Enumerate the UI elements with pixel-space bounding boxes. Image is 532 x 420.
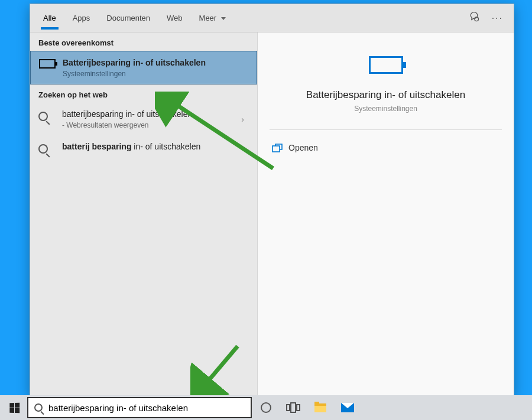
section-web-search: Zoeken op het web <box>30 84 257 103</box>
result-title: Batterijbesparing in- of uitschakelen <box>63 57 248 68</box>
tab-web[interactable]: Web <box>158 6 191 30</box>
windows-logo-icon <box>9 402 20 413</box>
tab-more[interactable]: Meer <box>191 6 234 30</box>
feedback-icon[interactable] <box>462 6 486 30</box>
task-view-button[interactable] <box>280 396 306 419</box>
tab-more-label: Meer <box>199 14 217 22</box>
battery-icon <box>369 56 403 74</box>
web-result-2[interactable]: batterij besparing in- of uitschakelen › <box>30 135 257 161</box>
search-icon <box>34 403 43 412</box>
chevron-right-icon[interactable]: › <box>236 144 249 153</box>
preview-title: Batterijbesparing in- of uitschakelen <box>270 89 502 101</box>
mail-icon <box>341 403 354 412</box>
mail-button[interactable] <box>335 396 361 419</box>
section-best-match: Beste overeenkomst <box>30 32 257 51</box>
cortana-icon <box>261 402 271 413</box>
svg-rect-1 <box>273 146 280 152</box>
taskbar-search-box[interactable] <box>27 397 252 418</box>
cortana-button[interactable] <box>253 396 279 419</box>
result-best-match[interactable]: Batterijbesparing in- of uitschakelen Sy… <box>30 51 257 84</box>
result-preview-pane: Batterijbesparing in- of uitschakelen Sy… <box>258 32 514 395</box>
search-tabs-bar: Alle Apps Documenten Web Meer ··· <box>30 4 514 32</box>
open-label: Openen <box>288 143 318 152</box>
folder-icon <box>314 403 326 412</box>
result-title: batterijbesparing in- of uitschakelen <box>62 109 229 119</box>
search-icon <box>38 110 55 122</box>
open-action[interactable]: Openen <box>270 138 502 157</box>
result-title: batterij besparing in- of uitschakelen <box>62 141 229 152</box>
web-result-1[interactable]: batterijbesparing in- of uitschakelen - … <box>30 103 257 135</box>
preview-header: Batterijbesparing in- of uitschakelen Sy… <box>270 47 502 113</box>
search-results-panel: Alle Apps Documenten Web Meer ··· Beste … <box>30 4 514 396</box>
svg-rect-4 <box>287 405 290 411</box>
results-list: Beste overeenkomst Batterijbesparing in-… <box>30 32 258 395</box>
result-subtitle: - Webresultaten weergeven <box>62 121 229 129</box>
result-text: batterijbesparing in- of uitschakelen - … <box>62 109 229 129</box>
search-main-area: Beste overeenkomst Batterijbesparing in-… <box>30 32 514 395</box>
svg-rect-5 <box>291 403 296 412</box>
taskbar <box>0 395 532 420</box>
search-icon <box>38 143 55 155</box>
svg-rect-6 <box>297 405 300 411</box>
battery-icon <box>39 59 56 71</box>
start-button[interactable] <box>2 396 26 419</box>
result-subtitle: Systeeminstellingen <box>63 70 248 78</box>
open-icon <box>272 144 281 152</box>
tab-all[interactable]: Alle <box>35 6 64 30</box>
result-text: batterij besparing in- of uitschakelen <box>62 141 229 152</box>
result-text: Batterijbesparing in- of uitschakelen Sy… <box>63 57 248 78</box>
search-input[interactable] <box>48 403 245 413</box>
task-view-icon <box>286 402 300 413</box>
preview-subtitle: Systeeminstellingen <box>270 105 502 113</box>
chevron-down-icon <box>221 17 226 20</box>
divider <box>270 129 502 130</box>
more-options-icon[interactable]: ··· <box>486 8 509 28</box>
file-explorer-button[interactable] <box>307 396 333 419</box>
tab-documents[interactable]: Documenten <box>98 6 158 30</box>
chevron-right-icon[interactable]: › <box>236 115 249 124</box>
tab-apps[interactable]: Apps <box>64 6 99 30</box>
